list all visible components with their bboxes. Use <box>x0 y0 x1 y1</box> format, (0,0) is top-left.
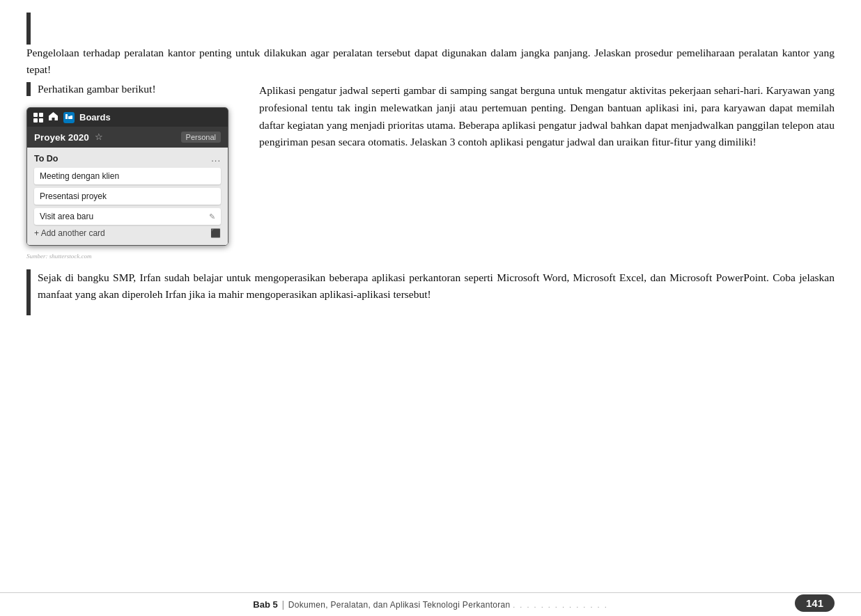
perhatikan-text: Perhatikan gambar berikut! <box>38 83 156 95</box>
section3-sidebar <box>26 269 31 315</box>
card-3: Visit area baru ✎ <box>34 208 221 225</box>
left-column: Perhatikan gambar berikut! <box>26 82 242 260</box>
board-body: To Do ... Meeting dengan klien Presentas… <box>27 148 228 245</box>
personal-badge: Personal <box>181 132 221 143</box>
section2: Perhatikan gambar berikut! <box>26 82 835 260</box>
card-1: Meeting dengan klien <box>34 168 221 184</box>
trello-icon <box>63 112 75 123</box>
star-icon: ☆ <box>95 132 103 143</box>
section3: Sejak di bangku SMP, Irfan sudah belajar… <box>26 269 835 315</box>
list-title: To Do <box>34 154 58 164</box>
section2-sidebar <box>26 82 31 96</box>
board-subheader: Proyek 2020 ☆ Personal <box>27 127 228 148</box>
card-2-text: Presentasi proyek <box>40 191 107 201</box>
home-icon <box>48 111 59 123</box>
add-card-button[interactable]: + Add another card ⬛ <box>34 228 221 238</box>
card-2: Presentasi proyek <box>34 188 221 205</box>
list-dots: ... <box>211 153 221 164</box>
page-footer: Bab 5 | Dokumen, Peralatan, dan Aplikasi… <box>0 592 861 616</box>
boards-label: Boards <box>79 112 111 123</box>
section2-right-text: Aplikasi pengatur jadwal seperti gambar … <box>259 82 835 151</box>
section3-text: Sejak di bangku SMP, Irfan sudah belajar… <box>38 269 835 303</box>
footer-subtitle: Dokumen, Peralatan, dan Aplikasi Teknolo… <box>288 600 608 610</box>
board-header: Boards <box>27 108 228 127</box>
right-column-text: Aplikasi pengatur jadwal seperti gambar … <box>259 82 835 151</box>
footer-divider: | <box>282 599 284 610</box>
card-1-text: Meeting dengan klien <box>40 171 119 181</box>
footer-dots: . . . . . . . . . . . . . . <box>513 601 608 609</box>
page-number: 141 <box>795 594 835 612</box>
board-list-header: To Do ... <box>34 153 221 164</box>
add-card-label: + Add another card <box>34 228 105 238</box>
edit-icon: ✎ <box>209 212 215 221</box>
add-card-bg-icon: ⬛ <box>210 228 221 238</box>
section1: Pengelolaan terhadap peralatan kantor pe… <box>26 13 835 78</box>
section1-text: Pengelolaan terhadap peralatan kantor pe… <box>26 45 835 78</box>
card-3-text: Visit area baru <box>40 212 93 221</box>
watermark: Sumber: shutterstock.com <box>26 253 91 260</box>
footer-chapter: Bab 5 <box>253 599 277 610</box>
grid-icon <box>33 113 43 123</box>
project-name: Proyek 2020 <box>34 132 89 143</box>
board-widget: Boards Proyek 2020 ☆ Personal To Do ... … <box>26 107 228 246</box>
page: Pengelolaan terhadap peralatan kantor pe… <box>0 0 861 616</box>
section1-sidebar <box>26 13 31 45</box>
perhatikan-label: Perhatikan gambar berikut! <box>26 82 156 96</box>
